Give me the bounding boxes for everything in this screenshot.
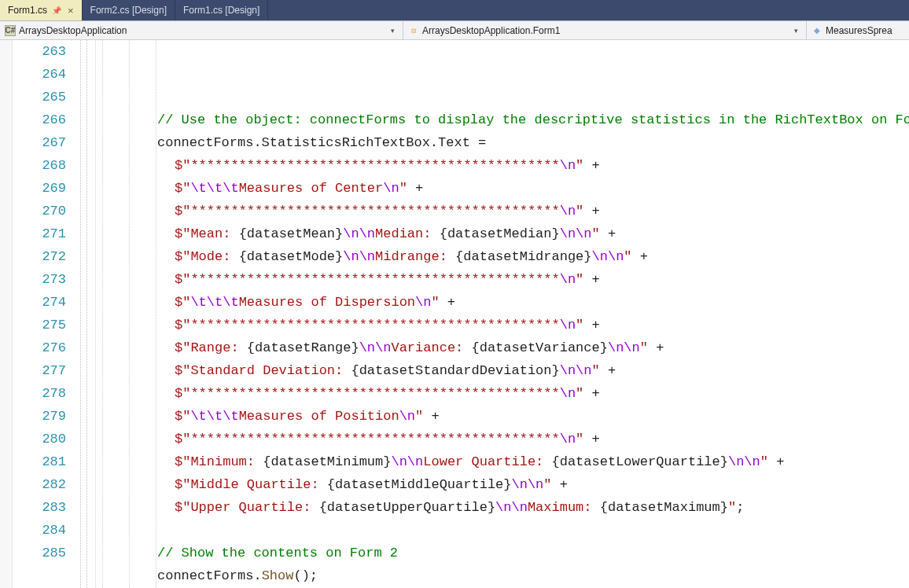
code-token: } <box>335 249 343 264</box>
code-line[interactable]: $"**************************************… <box>98 428 909 450</box>
code-line[interactable]: $"\t\t\tMeasures of Center\n" + <box>98 177 909 200</box>
code-token: $" <box>175 363 190 378</box>
line-number: 279 <box>13 405 66 428</box>
code-token: Median: <box>375 226 440 241</box>
code-token: ****************************************… <box>190 432 559 447</box>
code-token: // Show the contents on Form 2 <box>157 546 398 560</box>
code-token: datasetMidrange <box>463 249 583 264</box>
code-token: " <box>415 409 423 424</box>
code-token: + <box>583 432 599 447</box>
code-token: { <box>455 249 463 264</box>
code-token: \t\t\t <box>190 181 238 196</box>
method-icon: ◆ <box>811 25 823 36</box>
code-token: \n <box>560 204 576 219</box>
tab-label: Form1.cs <box>8 5 47 16</box>
code-token: { <box>600 500 608 515</box>
code-token: $" <box>175 295 190 310</box>
line-number-gutter: 2632642652662672682692702712722732742752… <box>13 40 77 588</box>
code-token: connectForms. <box>157 568 262 583</box>
code-token: } <box>600 340 608 355</box>
code-token: $" <box>175 454 190 469</box>
code-token: datasetMinimum <box>270 454 383 469</box>
code-token: \t\t\t <box>190 295 238 310</box>
code-line[interactable]: // Use the object: connectForms to displ… <box>98 108 909 131</box>
code-line[interactable]: $"**************************************… <box>98 154 909 177</box>
code-token: Range: <box>190 340 246 355</box>
code-line[interactable]: $"Mode: {datasetMode}\n\nMidrange: {data… <box>98 245 909 268</box>
code-token: $" <box>175 158 190 173</box>
code-token: $" <box>175 386 190 401</box>
code-editor[interactable]: 2632642652662672682692702712722732742752… <box>0 40 909 588</box>
code-token: \n\n <box>359 340 392 355</box>
chevron-down-icon: ▾ <box>391 27 398 35</box>
code-token: " <box>576 318 583 333</box>
code-line[interactable]: $"**************************************… <box>98 268 909 291</box>
code-token: $" <box>175 226 190 241</box>
code-token: Mean: <box>190 226 238 241</box>
code-token: + <box>552 477 568 492</box>
code-line[interactable]: $"**************************************… <box>98 382 909 405</box>
line-number: 265 <box>13 86 66 108</box>
code-token: \n\n <box>728 454 760 469</box>
code-token: \n\n <box>592 249 624 264</box>
code-token: \n <box>560 386 576 401</box>
nav-class-dropdown[interactable]: ⧈ ArraysDesktopApplication.Form1 ▾ <box>403 21 807 39</box>
code-token: } <box>383 454 391 469</box>
pin-icon[interactable]: 📌 <box>52 6 61 15</box>
code-line[interactable]: $"**************************************… <box>98 314 909 336</box>
outline-fold-gutter[interactable] <box>77 40 96 588</box>
code-line[interactable]: connectForms.Show(); <box>98 564 909 587</box>
code-token: (); <box>293 568 318 583</box>
code-line[interactable]: $"**************************************… <box>98 200 909 222</box>
code-token: " <box>431 295 439 310</box>
code-line[interactable]: $"Middle Quartile: {datasetMiddleQuartil… <box>98 473 909 496</box>
line-number: 263 <box>13 40 66 63</box>
code-token: $" <box>175 204 190 219</box>
code-token: $" <box>175 318 190 333</box>
code-token: + <box>407 181 423 196</box>
code-token: \n\n <box>608 340 640 355</box>
code-token: Mode: <box>190 249 238 264</box>
code-token: { <box>239 249 247 264</box>
code-token: datasetStandardDeviation <box>359 363 552 378</box>
code-token: { <box>472 340 480 355</box>
code-token: } <box>720 500 728 515</box>
code-token: ****************************************… <box>190 272 559 287</box>
line-number: 278 <box>13 382 66 405</box>
code-token: Middle Quartile: <box>190 477 326 492</box>
code-token: // Use the object: connectForms to displ… <box>157 112 909 127</box>
line-number: 272 <box>13 245 66 268</box>
code-line[interactable]: $"Minimum: {datasetMinimum}\n\nLower Qua… <box>98 450 909 473</box>
close-icon[interactable]: × <box>68 5 74 17</box>
code-token: \n <box>399 409 415 424</box>
code-line[interactable]: $"Standard Deviation: {datasetStandardDe… <box>98 359 909 382</box>
code-line[interactable]: $"Range: {datasetRange}\n\nVariance: {da… <box>98 336 909 359</box>
code-line[interactable]: $"\t\t\tMeasures of Dispersion\n" + <box>98 291 909 314</box>
code-token: + <box>583 386 599 401</box>
editor-glyph-margin <box>0 40 13 588</box>
code-token: } <box>351 340 359 355</box>
code-line[interactable]: connectForms.StatisticsRichTextBox.Text … <box>98 131 909 154</box>
nav-member-label: MeasuresSprea <box>826 25 904 36</box>
code-line[interactable]: $"Mean: {datasetMean}\n\nMedian: {datase… <box>98 222 909 245</box>
tab-form1-design[interactable]: Form1.cs [Design] <box>175 0 268 20</box>
code-token: } <box>552 226 560 241</box>
code-token: ****************************************… <box>190 386 559 401</box>
code-line[interactable]: $"\t\t\tMeasures of Position\n" + <box>98 405 909 428</box>
code-line[interactable] <box>98 519 909 542</box>
tab-form1-cs[interactable]: Form1.cs 📌 × <box>0 0 83 20</box>
code-token: \n\n <box>560 363 592 378</box>
code-line[interactable]: $"Upper Quartile: {datasetUpperQuartile}… <box>98 496 909 519</box>
nav-member-dropdown[interactable]: ◆ MeasuresSprea <box>807 21 909 39</box>
code-content[interactable]: // Use the object: connectForms to displ… <box>96 40 909 588</box>
code-token: \n <box>560 158 576 173</box>
code-line[interactable]: // Show the contents on Form 2 <box>98 542 909 564</box>
code-token: { <box>351 363 359 378</box>
code-token: { <box>552 454 560 469</box>
code-token: + <box>600 226 616 241</box>
line-number: 273 <box>13 268 66 291</box>
tab-form2-design[interactable]: Form2.cs [Design] <box>83 0 175 20</box>
code-token: + <box>583 158 599 173</box>
nav-project-dropdown[interactable]: C# ArraysDesktopApplication ▾ <box>0 21 403 39</box>
line-number: 269 <box>13 177 66 200</box>
